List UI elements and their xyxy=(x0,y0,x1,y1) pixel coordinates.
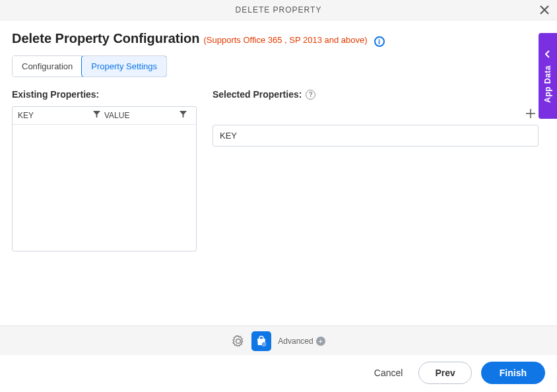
existing-properties-section: Existing Properties: KEY VALUE xyxy=(12,89,197,251)
columns: Existing Properties: KEY VALUE xyxy=(12,89,545,251)
info-icon[interactable]: i xyxy=(374,36,385,47)
chevron-left-icon xyxy=(545,49,550,60)
tab-group: Configuration Property Settings xyxy=(12,55,167,77)
advanced-toggle[interactable]: Advanced + xyxy=(278,337,325,346)
add-icon[interactable] xyxy=(525,108,536,121)
existing-properties-label: Existing Properties: xyxy=(12,89,197,100)
prev-button[interactable]: Prev xyxy=(418,362,471,384)
filter-icon[interactable] xyxy=(93,111,100,120)
tab-property-settings[interactable]: Property Settings xyxy=(81,55,167,77)
selected-toolbar xyxy=(213,106,539,125)
selected-property-input[interactable] xyxy=(213,125,539,147)
cancel-button[interactable]: Cancel xyxy=(368,362,410,383)
finish-button[interactable]: Finish xyxy=(481,362,545,384)
footer-advanced-bar: Advanced + xyxy=(0,325,557,356)
bag-icon[interactable] xyxy=(251,331,271,351)
footer-actions: Cancel Prev Finish xyxy=(0,355,557,392)
grid-col-key-label: KEY xyxy=(18,111,34,120)
side-tab-label: App Data xyxy=(543,65,552,103)
app-data-side-tab[interactable]: App Data xyxy=(539,33,557,119)
tab-configuration[interactable]: Configuration xyxy=(13,56,82,77)
dialog-title: DELETE PROPERTY xyxy=(236,5,322,15)
support-note: (Supports Office 365 , SP 2013 and above… xyxy=(203,35,367,45)
selected-properties-label: Selected Properties: ? xyxy=(213,89,539,100)
help-icon[interactable]: ? xyxy=(306,90,315,100)
page-title: Delete Property Configuration xyxy=(12,31,199,46)
dialog-content: Delete Property Configuration (Supports … xyxy=(0,20,557,251)
selected-properties-label-text: Selected Properties: xyxy=(213,89,302,100)
dialog-header: DELETE PROPERTY xyxy=(0,0,557,20)
plus-circle-icon: + xyxy=(316,337,325,346)
existing-properties-grid: KEY VALUE xyxy=(12,106,197,251)
grid-col-value: VALUE xyxy=(104,111,191,120)
grid-header: KEY VALUE xyxy=(13,107,196,125)
advanced-label-text: Advanced xyxy=(278,337,313,346)
close-icon[interactable] xyxy=(540,4,549,18)
page-title-row: Delete Property Configuration (Supports … xyxy=(12,31,545,46)
selected-properties-section: Selected Properties: ? xyxy=(213,89,545,251)
gear-icon[interactable] xyxy=(232,335,245,348)
grid-col-key: KEY xyxy=(18,111,104,120)
filter-icon[interactable] xyxy=(180,111,187,120)
grid-col-value-label: VALUE xyxy=(104,111,129,120)
